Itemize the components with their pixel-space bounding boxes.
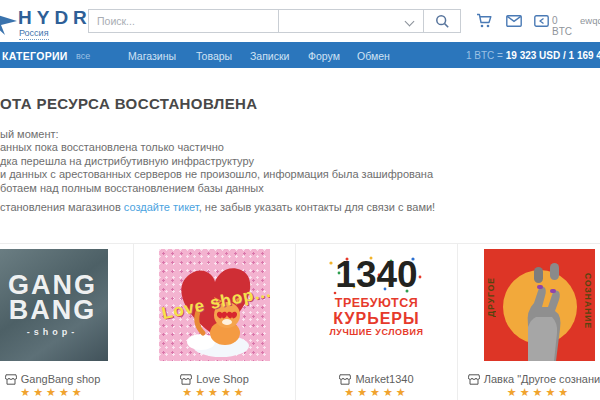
lavka-side-right: СОЗНАНИЕ [583, 273, 593, 329]
chevron-down-icon [405, 17, 415, 27]
shop-name[interactable]: Market1340 [355, 373, 413, 385]
messages-icon[interactable] [506, 15, 522, 27]
love-shop-image[interactable]: Love shop... [159, 249, 270, 361]
gangbang-art-line3: -shop- [27, 327, 79, 337]
ticket-text-suffix: , не забыв указать контакты для связи с … [199, 201, 435, 213]
market1340-line2: КУРЬЕРЫ [321, 310, 432, 327]
shop-card-lavka[interactable]: ДРУГОЕ СОЗНАНИЕ Лавка "Другое сознание" … [458, 244, 600, 400]
nav-item-notes[interactable]: Записки [250, 50, 289, 62]
lavka-image[interactable]: ДРУГОЕ СОЗНАНИЕ [484, 249, 595, 361]
status-line: и данных с арестованных серверов не прои… [0, 168, 433, 181]
shop-card-gangbang[interactable]: GANG BANG -shop- GangBang shop ★★★★★ [0, 244, 134, 400]
shop-rating: ★★★★★ [296, 386, 457, 399]
shop-name[interactable]: GangBang shop [21, 373, 101, 385]
hydra-marketplace-page: HYDRA Россия [0, 0, 600, 400]
shop-name[interactable]: Love Shop [196, 373, 249, 385]
lavka-side-left: ДРУГОЕ [486, 277, 496, 317]
username[interactable]: ewqqwer [580, 15, 600, 26]
nav-item-exchange[interactable]: Обмен [357, 50, 390, 62]
header: HYDRA Россия [0, 0, 600, 42]
shop-rating: ★★★★★ [0, 386, 133, 399]
nav-item-goods[interactable]: Товары [196, 50, 232, 62]
search-button[interactable] [424, 9, 461, 33]
ticket-text-prefix: становления магазинов [0, 201, 124, 213]
rate-value: 19 323 USD / 1 169 461 Р [506, 50, 600, 61]
market1340-line3: ЛУЧШИЕ УСЛОВИЯ [321, 327, 432, 337]
shop-icon [180, 374, 192, 385]
ticket-instruction: становления магазинов создайте тикет, не… [0, 201, 435, 213]
status-line: анных пока восстановлена только частично [0, 141, 433, 154]
logo-region[interactable]: Россия [19, 28, 49, 40]
shop-icon [468, 374, 480, 385]
shop-icon [339, 374, 351, 385]
market1340-image[interactable]: 1340 ТРЕБУЮТСЯ КУРЬЕРЫ ЛУЧШИЕ УСЛОВИЯ [321, 249, 432, 361]
nav-categories-all[interactable]: все [76, 51, 90, 61]
search-input[interactable] [88, 9, 278, 33]
status-line: дка перешла на дистрибутивную инфраструк… [0, 155, 433, 168]
search-group [88, 9, 461, 33]
nav-item-shops[interactable]: Магазины [128, 50, 176, 62]
gangbang-art-line2: BANG [9, 298, 97, 323]
shop-card-loveshop[interactable]: Love shop... Love Shop ★★★★★ [134, 244, 296, 400]
market1340-number: 1340 [321, 257, 432, 293]
peace-hand [484, 249, 595, 361]
shop-name[interactable]: Лавка "Другое сознание" [484, 373, 600, 385]
rate-label: 1 BTC = [466, 50, 503, 61]
shops-row: GANG BANG -shop- GangBang shop ★★★★★ [0, 243, 600, 400]
page-title: ОТА РЕСУРСА ВОССТАНОВЛЕНА [0, 95, 258, 112]
shop-icon [5, 374, 17, 385]
search-icon [435, 14, 450, 29]
create-ticket-link[interactable]: создайте тикет [124, 201, 199, 213]
cart-icon[interactable] [476, 13, 493, 29]
shop-rating: ★★★★★ [134, 386, 295, 399]
main-navbar: КАТЕГОРИИ все Магазины Товары Записки Фо… [0, 42, 600, 68]
search-category-select[interactable] [278, 9, 424, 33]
wallet-balance[interactable]: 0 BTC [552, 15, 572, 37]
status-line: ый момент: [0, 128, 433, 141]
nav-item-forum[interactable]: Форум [308, 50, 340, 62]
wallet-icon[interactable] [534, 15, 549, 27]
hydra-logo-icon[interactable] [0, 11, 19, 37]
shop-rating: ★★★★★ [458, 386, 600, 399]
btc-exchange-rate: 1 BTC = 19 323 USD / 1 169 461 Р [466, 50, 600, 61]
status-line: ботаем над полным восстановлением базы д… [0, 182, 433, 195]
status-list: ый момент: анных пока восстановлена толь… [0, 128, 433, 195]
nav-categories[interactable]: КАТЕГОРИИ [2, 50, 68, 62]
shop-card-market1340[interactable]: 1340 ТРЕБУЮТСЯ КУРЬЕРЫ ЛУЧШИЕ УСЛОВИЯ Ma… [296, 244, 458, 400]
gangbang-shop-image[interactable]: GANG BANG -shop- [0, 249, 108, 361]
